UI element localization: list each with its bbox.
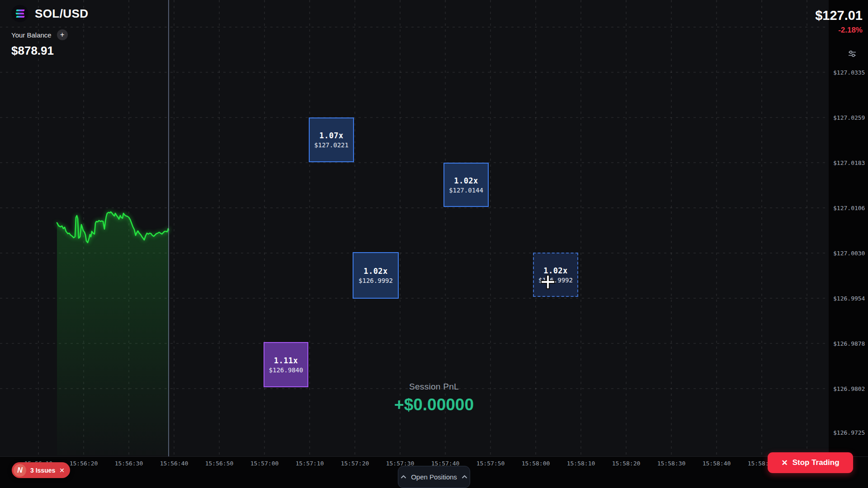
time-axis-label: 15:58:40 [703, 460, 731, 467]
bet-multiplier: 1.11x [274, 356, 298, 365]
price-axis-label: $127.0106 [833, 205, 865, 211]
price-axis-label: $126.9954 [833, 295, 865, 302]
time-axis-label: 15:57:50 [476, 460, 505, 467]
session-pnl-value: +$0.00000 [394, 395, 474, 414]
time-axis-label: 15:57:10 [296, 460, 324, 467]
dev-issues-badge[interactable]: N 3 Issues ✕ [12, 462, 70, 478]
balance-label: Your Balance [11, 31, 52, 39]
ticker: $127.01 -2.18% [815, 8, 863, 35]
issues-close-icon[interactable]: ✕ [59, 467, 65, 474]
price-axis-label: $127.0259 [833, 114, 865, 121]
time-axis-label: 15:56:50 [205, 460, 234, 467]
current-price: $127.01 [815, 8, 863, 23]
session-pnl-label: Session PnL [394, 382, 474, 392]
stop-trading-label: Stop Trading [793, 458, 840, 467]
time-axis-label: 15:57:20 [341, 460, 369, 467]
bet-multiplier: 1.02x [363, 267, 388, 276]
price-axis-label: $126.9878 [833, 340, 865, 347]
price-axis: $127.0335$127.0259$127.0183$127.0106$127… [829, 0, 868, 456]
bet-strike-price: $126.9840 [269, 366, 303, 374]
bet-multiplier: 1.02x [543, 266, 568, 275]
balance-value: $878.91 [11, 44, 88, 58]
close-icon: ✕ [781, 458, 788, 468]
header: SOL/USD Your Balance + $878.91 [11, 5, 88, 58]
pair-title: SOL/USD [35, 7, 88, 21]
price-axis-label: $127.0183 [833, 160, 865, 166]
trading-app: 1.07x$127.02211.02x$127.01441.02x$126.99… [0, 0, 868, 488]
stop-trading-button[interactable]: ✕ Stop Trading [768, 452, 853, 473]
chart-settings-icon[interactable] [848, 50, 856, 60]
price-axis-label: $127.0335 [833, 69, 865, 76]
price-axis-label: $126.9725 [833, 429, 865, 436]
bet-multiplier: 1.07x [319, 131, 344, 140]
time-axis-label: 15:57:00 [250, 460, 279, 467]
bet-strike-price: $127.0221 [314, 141, 349, 149]
price-axis-label: $127.0030 [833, 250, 865, 257]
time-axis-label: 15:58:10 [567, 460, 595, 467]
time-axis-label: 15:58:00 [522, 460, 550, 467]
open-positions-tab[interactable]: Open Positions [398, 466, 470, 488]
bet-box[interactable]: 1.02x$126.9992 [533, 253, 578, 297]
issues-count-label: 3 Issues [30, 467, 55, 474]
add-funds-button[interactable]: + [57, 29, 68, 40]
bet-strike-price: $126.9992 [359, 277, 393, 284]
open-positions-label: Open Positions [411, 473, 457, 481]
bet-box[interactable]: 1.07x$127.0221 [309, 117, 354, 162]
time-axis-label: 15:58:30 [657, 460, 686, 467]
solana-logo-icon [11, 5, 28, 22]
time-axis-label: 15:56:20 [70, 460, 98, 467]
session-pnl: Session PnL +$0.00000 [394, 382, 474, 414]
chevron-up-icon [462, 475, 467, 479]
chevron-up-icon [401, 475, 406, 479]
bet-box[interactable]: 1.02x$126.9992 [353, 252, 399, 299]
bet-box[interactable]: 1.11x$126.9840 [264, 342, 308, 387]
price-change-percent: -2.18% [815, 26, 863, 35]
nextjs-logo-icon: N [14, 464, 26, 477]
bet-strike-price: $127.0144 [449, 187, 483, 194]
time-axis-label: 15:58:20 [612, 460, 641, 467]
bet-box[interactable]: 1.02x$127.0144 [443, 163, 489, 207]
time-axis-label: 15:56:30 [115, 460, 143, 467]
bet-multiplier: 1.02x [454, 176, 478, 185]
price-axis-label: $126.9802 [833, 385, 865, 392]
time-axis-label: 15:56:40 [160, 460, 189, 467]
bet-strike-price: $126.9992 [538, 277, 573, 284]
